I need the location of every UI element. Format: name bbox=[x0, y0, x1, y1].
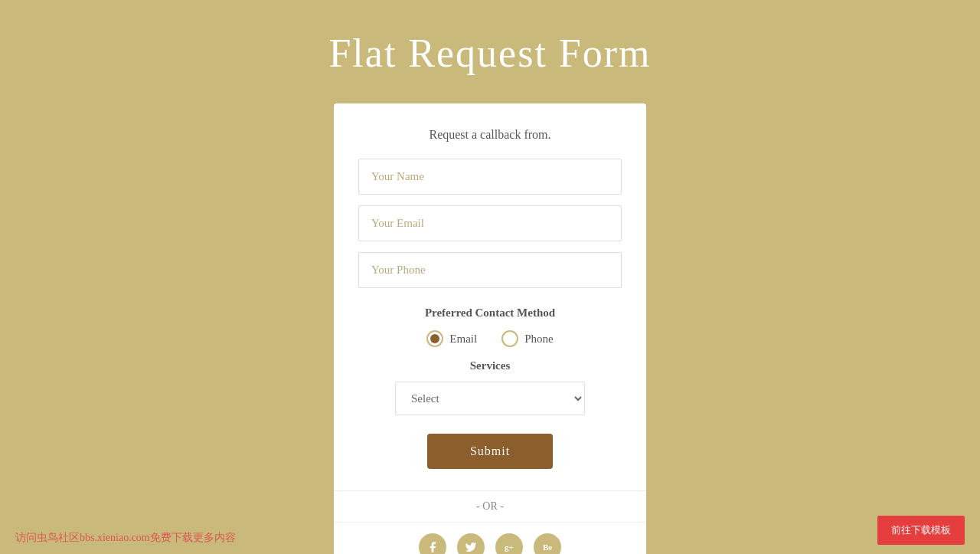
radio-email-label: Email bbox=[449, 333, 477, 346]
twitter-icon[interactable] bbox=[457, 533, 485, 554]
radio-phone-label: Phone bbox=[524, 333, 554, 346]
download-button[interactable]: 前往下载模板 bbox=[877, 516, 965, 545]
behance-icon[interactable]: Be bbox=[534, 533, 561, 554]
contact-method-label: Preferred Contact Method bbox=[358, 307, 622, 320]
services-select[interactable]: Select Service 1 Service 2 Service 3 bbox=[395, 382, 585, 415]
services-label: Services bbox=[358, 359, 622, 372]
behance-symbol: Be bbox=[543, 543, 552, 552]
radio-phone-input[interactable] bbox=[501, 330, 518, 347]
page-title: Flat Request Form bbox=[328, 31, 651, 76]
name-input[interactable] bbox=[358, 159, 622, 195]
watermark: 访问虫鸟社区bbs.xieniao.com免费下载更多内容 bbox=[15, 531, 236, 545]
facebook-icon[interactable] bbox=[419, 533, 446, 554]
email-input[interactable] bbox=[358, 205, 622, 241]
radio-email[interactable]: Email bbox=[426, 330, 477, 347]
submit-button[interactable]: Submit bbox=[427, 434, 553, 469]
or-divider: - OR - bbox=[334, 490, 646, 522]
google-plus-symbol: g+ bbox=[505, 543, 514, 552]
radio-phone[interactable]: Phone bbox=[501, 330, 554, 347]
form-subtitle: Request a callback from. bbox=[358, 128, 622, 142]
radio-email-input[interactable] bbox=[426, 330, 443, 347]
phone-input[interactable] bbox=[358, 252, 622, 288]
google-plus-icon[interactable]: g+ bbox=[495, 533, 523, 554]
contact-method-group: Email Phone bbox=[358, 330, 622, 347]
social-bar: g+ Be bbox=[334, 522, 646, 554]
form-card: Request a callback from. Preferred Conta… bbox=[334, 103, 646, 554]
